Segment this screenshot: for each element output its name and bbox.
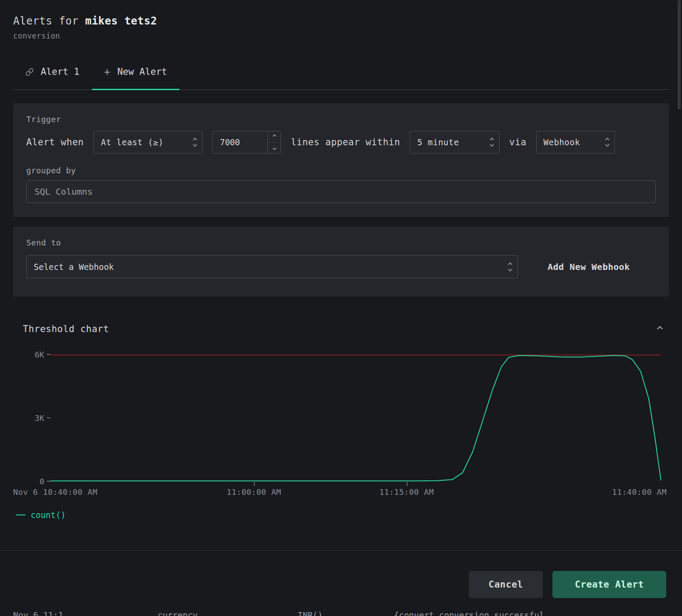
create-alert-button[interactable]: Create Alert (552, 571, 666, 598)
modal-footer: Cancel Create Alert (0, 550, 682, 598)
chart-legend: count() (13, 510, 669, 520)
plus-icon: + (104, 66, 110, 78)
time-window-select[interactable]: 5 minute (410, 131, 499, 154)
chevron-up-icon (657, 326, 663, 332)
send-to-label: Send to (26, 238, 656, 247)
chart-plot (50, 354, 661, 481)
comparator-select[interactable]: At least (≥) (93, 131, 203, 154)
y-axis: 03K6K (13, 354, 50, 481)
webhook-select-value: Select a Webhook (34, 262, 114, 272)
collapse-chart-button[interactable] (656, 325, 664, 333)
alert-when-label: Alert when (26, 137, 84, 147)
chevron-up-down-icon (490, 138, 493, 146)
y-tick-mark (47, 417, 50, 418)
via-label: via (509, 137, 526, 147)
time-window-value: 5 minute (417, 137, 459, 147)
threshold-chart-header: Threshold chart (13, 324, 669, 334)
tab-new-alert-label: New Alert (117, 66, 167, 77)
x-tick-label: 11:15:00 AM (379, 487, 434, 497)
background-text-fragment: {convert conversion successful (394, 610, 544, 616)
series-line (50, 355, 661, 481)
trigger-row: Alert when At least (≥) lines appear wit… (26, 131, 656, 154)
alert-tabs: Alert 1 + New Alert (13, 61, 669, 90)
trigger-section-label: Trigger (26, 115, 656, 124)
group-by-columns-input[interactable] (26, 180, 656, 203)
x-tick-mark (407, 482, 408, 486)
channel-select[interactable]: Webhook (536, 131, 615, 154)
y-tick-label: 6K (35, 350, 44, 359)
x-axis: Nov 6 10:40:00 AM11:00:00 AM11:15:00 AM1… (13, 487, 669, 498)
threshold-stepper (267, 131, 281, 153)
chevron-down-icon (273, 147, 276, 150)
threshold-value-input[interactable] (213, 131, 267, 153)
background-text-fragment: currency (158, 610, 198, 616)
scrollbar-thumb[interactable] (678, 0, 681, 109)
page-title-prefix: Alerts for (13, 15, 85, 27)
chevron-up-down-icon (509, 263, 512, 271)
page-title: Alerts for mikes tets2 (13, 15, 669, 27)
threshold-number-input (212, 131, 281, 154)
channel-value: Webhook (544, 137, 580, 147)
chevron-up-down-icon (606, 138, 609, 146)
x-tick-label: Nov 6 10:40:00 AM (13, 487, 98, 497)
chevron-up-icon (273, 134, 276, 138)
comparator-value: At least (≥) (101, 137, 163, 147)
threshold-chart-title: Threshold chart (23, 324, 109, 334)
alerts-modal: Alerts for mikes tets2 conversion Alert … (0, 0, 682, 616)
series-color-swatch (16, 514, 25, 515)
page-title-source-name: mikes tets2 (85, 15, 157, 27)
send-to-row: Select a Webhook Add New Webhook (26, 255, 656, 278)
legend-series-label: count() (31, 510, 66, 520)
increment-button[interactable] (268, 131, 281, 142)
page-subtitle: conversion (13, 32, 669, 40)
cancel-button[interactable]: Cancel (469, 571, 543, 598)
background-log-row: Nov 6 11:1currencyINR(){convert conversi… (0, 610, 682, 616)
lines-appear-within-label: lines appear within (291, 137, 400, 147)
y-tick-mark (47, 354, 50, 355)
y-tick-label: 0 (39, 477, 44, 486)
threshold-chart-svg (50, 354, 661, 481)
send-to-panel: Send to Select a Webhook Add New Webhook (13, 227, 669, 297)
trigger-panel: Trigger Alert when At least (≥) lines ap… (13, 103, 669, 217)
threshold-chart: 03K6K (13, 354, 669, 481)
grouped-by-label: grouped by (26, 166, 656, 175)
tab-alert-1-label: Alert 1 (41, 66, 80, 77)
background-text-fragment: Nov 6 11:1 (13, 610, 63, 616)
link-icon (25, 68, 34, 76)
decrement-button[interactable] (268, 142, 281, 154)
x-tick-mark (254, 482, 255, 486)
x-tick-label: 11:00:00 AM (227, 487, 281, 497)
background-text-fragment: INR() (298, 610, 323, 616)
y-tick-label: 3K (35, 413, 44, 423)
add-new-webhook-button[interactable]: Add New Webhook (545, 261, 633, 273)
tab-new-alert[interactable]: + New Alert (92, 61, 179, 89)
y-tick-mark (47, 481, 50, 482)
x-tick-label: 11:40:00 AM (612, 487, 667, 497)
tab-alert-1[interactable]: Alert 1 (13, 61, 92, 89)
chevron-up-down-icon (193, 138, 197, 146)
webhook-select[interactable]: Select a Webhook (26, 255, 518, 278)
